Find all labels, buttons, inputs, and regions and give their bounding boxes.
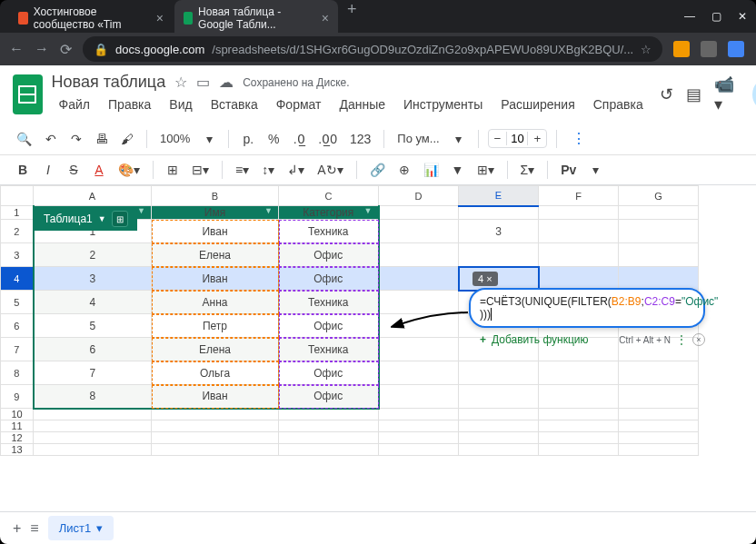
- cell[interactable]: 3: [34, 267, 152, 291]
- cell[interactable]: [379, 220, 459, 243]
- cell[interactable]: [279, 409, 379, 420]
- cell[interactable]: [459, 444, 539, 456]
- menu-extensions[interactable]: Расширения: [493, 94, 582, 115]
- cell[interactable]: 2: [34, 243, 152, 267]
- menu-file[interactable]: Файл: [52, 94, 97, 115]
- cell[interactable]: [34, 420, 152, 432]
- cell[interactable]: Техника: [279, 338, 379, 361]
- undo-icon[interactable]: ↶: [41, 128, 61, 150]
- cell[interactable]: [152, 444, 279, 456]
- filter-views-button[interactable]: ⊞▾: [473, 159, 498, 181]
- col-header-g[interactable]: G: [619, 186, 699, 206]
- cell[interactable]: [459, 409, 539, 420]
- table-expand-icon[interactable]: ⊞: [112, 211, 128, 227]
- cloud-icon[interactable]: ☁: [219, 74, 234, 91]
- cell[interactable]: [379, 432, 459, 444]
- performance-button[interactable]: Pv: [557, 159, 580, 181]
- align-h-button[interactable]: ≡▾: [232, 159, 253, 181]
- insert-comment-button[interactable]: ⊕: [394, 159, 414, 181]
- cell[interactable]: [539, 444, 619, 456]
- row-header[interactable]: 2: [1, 220, 34, 243]
- cell[interactable]: [619, 361, 699, 385]
- formula-input[interactable]: =СЧЁТЗ(UNIQUE(FILTER(B2:B9;C2:C9="Офис")…: [469, 288, 705, 328]
- extension-icon-2[interactable]: [701, 41, 717, 57]
- borders-button[interactable]: ⊞: [163, 159, 183, 181]
- row-header[interactable]: 4: [1, 267, 34, 291]
- cell[interactable]: [539, 385, 619, 409]
- cell[interactable]: [619, 409, 699, 420]
- cell[interactable]: [34, 409, 152, 420]
- menu-help[interactable]: Справка: [586, 94, 651, 115]
- close-popup-icon[interactable]: ×: [692, 333, 705, 346]
- cell[interactable]: [152, 409, 279, 420]
- cell[interactable]: [34, 432, 152, 444]
- cell[interactable]: [379, 385, 459, 409]
- select-all-corner[interactable]: [1, 186, 34, 206]
- cell[interactable]: 7: [34, 361, 152, 385]
- currency-button[interactable]: р.: [238, 128, 258, 150]
- cell[interactable]: Иван: [152, 385, 279, 409]
- close-icon[interactable]: ×: [156, 11, 164, 25]
- new-tab-button[interactable]: +: [340, 0, 364, 36]
- paint-format-icon[interactable]: 🖌: [117, 128, 137, 150]
- cell[interactable]: [619, 243, 699, 267]
- table-header-name[interactable]: Имя▼: [152, 206, 279, 220]
- comment-icon[interactable]: ▤: [686, 84, 701, 104]
- cell[interactable]: [539, 361, 619, 385]
- cell[interactable]: [379, 420, 459, 432]
- cell[interactable]: Офис: [279, 243, 379, 267]
- filter-button[interactable]: ▼: [448, 159, 468, 181]
- cell[interactable]: [152, 420, 279, 432]
- row-header[interactable]: 9: [1, 385, 34, 409]
- cell[interactable]: Техника: [279, 291, 379, 314]
- menu-tools[interactable]: Инструменты: [396, 94, 490, 115]
- cell[interactable]: [539, 432, 619, 444]
- cell[interactable]: [459, 243, 539, 267]
- col-header-d[interactable]: D: [379, 186, 459, 206]
- cell[interactable]: 3: [459, 220, 539, 243]
- redo-icon[interactable]: ↷: [66, 128, 86, 150]
- wrap-button[interactable]: ↲▾: [284, 159, 308, 181]
- chevron-down-icon[interactable]: ▼: [98, 214, 106, 223]
- cell[interactable]: Анна: [152, 291, 279, 314]
- cell[interactable]: [279, 420, 379, 432]
- history-icon[interactable]: ↺: [660, 84, 673, 104]
- add-sheet-button[interactable]: +: [13, 520, 21, 537]
- cell[interactable]: Иван: [152, 267, 279, 291]
- maximize-icon[interactable]: ▢: [711, 10, 721, 23]
- cell[interactable]: [34, 444, 152, 456]
- cell[interactable]: Ольга: [152, 361, 279, 385]
- cell[interactable]: 4: [34, 291, 152, 314]
- cell[interactable]: [379, 444, 459, 456]
- percent-button[interactable]: %: [264, 128, 284, 150]
- col-header-c[interactable]: C: [279, 186, 379, 206]
- decrease-decimal-button[interactable]: .0̲: [289, 128, 309, 150]
- cell[interactable]: [459, 206, 539, 220]
- browser-tab-1[interactable]: Новая таблица - Google Табли... ×: [174, 0, 338, 36]
- increase-decimal-button[interactable]: .0̲0: [314, 128, 341, 150]
- row-header[interactable]: 13: [1, 444, 34, 456]
- close-icon[interactable]: ×: [322, 11, 329, 25]
- chevron-down-icon[interactable]: ▾: [96, 521, 103, 535]
- cell[interactable]: [152, 432, 279, 444]
- menu-data[interactable]: Данные: [332, 94, 393, 115]
- cell[interactable]: [619, 220, 699, 243]
- menu-format[interactable]: Формат: [269, 94, 329, 115]
- cell[interactable]: [379, 409, 459, 420]
- bold-button[interactable]: B: [13, 159, 33, 181]
- font-size-minus[interactable]: −: [489, 130, 507, 147]
- rotate-button[interactable]: A↻▾: [313, 159, 346, 181]
- star-icon[interactable]: ☆: [174, 74, 187, 91]
- cell[interactable]: [379, 361, 459, 385]
- col-header-a[interactable]: A: [34, 186, 152, 206]
- cell[interactable]: [279, 432, 379, 444]
- col-header-b[interactable]: B: [152, 186, 279, 206]
- browser-tab-0[interactable]: Хостинговое сообщество «Tim ×: [9, 0, 173, 36]
- cell[interactable]: [619, 432, 699, 444]
- cell[interactable]: Офис: [279, 361, 379, 385]
- functions-button[interactable]: Σ▾: [517, 159, 539, 181]
- col-header-e[interactable]: E: [459, 186, 539, 206]
- insert-chart-button[interactable]: 📊: [420, 159, 443, 181]
- spreadsheet-grid[interactable]: Таблица1 ▼ ⊞ A B C D E F G 1 ID▼ Имя▼ Ка…: [0, 185, 756, 511]
- font-size-plus[interactable]: +: [528, 130, 546, 147]
